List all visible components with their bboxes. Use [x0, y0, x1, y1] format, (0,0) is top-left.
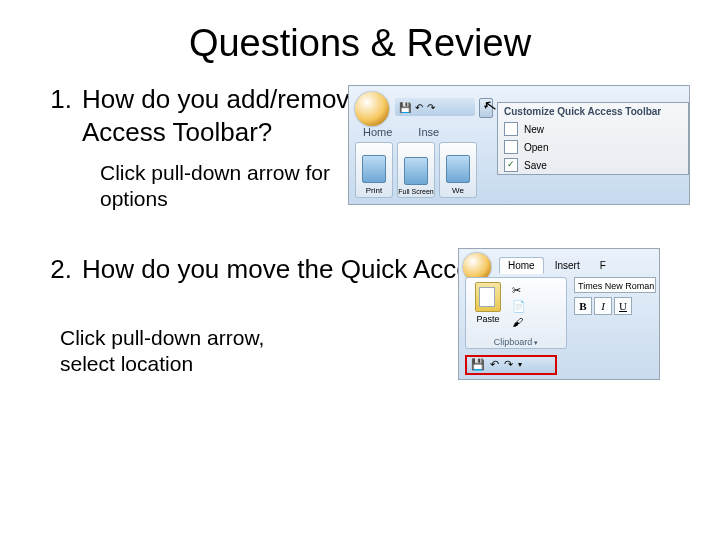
q2-number: 2.: [30, 253, 82, 286]
quick-access-toolbar-below: 💾 ↶ ↷ ▾: [465, 355, 557, 375]
menu-header: Customize Quick Access Toolbar: [498, 103, 688, 120]
tab-f: F: [591, 257, 615, 274]
full-screen-button: Full Screen: [397, 142, 435, 198]
checkbox-checked-icon: [504, 158, 518, 172]
menu-item-new: New: [498, 120, 688, 138]
quick-access-toolbar: 💾 ↶ ↷: [395, 98, 475, 116]
q1-number: 1.: [30, 83, 82, 148]
clipboard-mini-icons: ✂ 📄 🖌: [512, 284, 526, 328]
italic-button: I: [594, 297, 612, 315]
font-style-row: B I U: [574, 297, 632, 315]
format-painter-icon: 🖌: [512, 316, 526, 328]
redo-icon: ↷: [504, 358, 513, 371]
save-icon: 💾: [471, 358, 485, 371]
tab-home: Home: [355, 124, 400, 140]
print-layout-button: Print: [355, 142, 393, 198]
qat-pulldown-icon: ▾: [518, 360, 522, 369]
menu-item-open: Open: [498, 138, 688, 156]
bold-button: B: [574, 297, 592, 315]
undo-icon: ↶: [415, 102, 423, 113]
slide-title: Questions & Review: [30, 22, 690, 65]
customize-qat-menu: Customize Quick Access Toolbar New Open …: [497, 102, 689, 175]
tab-insert: Insert: [546, 257, 589, 274]
save-icon: 💾: [399, 102, 411, 113]
undo-icon: ↶: [490, 358, 499, 371]
group-label-clipboard: Clipboard: [466, 337, 566, 347]
checkbox-icon: [504, 122, 518, 136]
menu-item-save: Save: [498, 156, 688, 174]
page-icon: [362, 155, 386, 183]
screenshot-move-qat: Home Insert F Paste ✂ 📄 🖌 Clipboard Time…: [458, 248, 660, 380]
q1-answer: Click pull-down arrow for options: [100, 160, 380, 213]
screenshot-customize-qat: 💾 ↶ ↷ ▾ ↖ Home Inse Print Full Screen We…: [348, 85, 690, 205]
clipboard-group: Paste ✂ 📄 🖌 Clipboard: [465, 277, 567, 349]
copy-icon: 📄: [512, 300, 526, 313]
tab-insert: Inse: [410, 124, 447, 140]
redo-icon: ↷: [427, 102, 435, 113]
cut-icon: ✂: [512, 284, 526, 297]
font-name-box: Times New Roman: [574, 277, 656, 293]
paste-icon: [475, 282, 501, 312]
paste-button: Paste: [470, 282, 506, 328]
q2-answer: Click pull-down arrow, select location: [60, 325, 320, 378]
page-icon: [446, 155, 470, 183]
page-icon: [404, 157, 428, 185]
ribbon-tabs: Home Insert F: [499, 257, 615, 274]
office-button-icon: [355, 92, 389, 126]
tab-home: Home: [499, 257, 544, 274]
ribbon-tabs: Home Inse: [355, 124, 447, 140]
web-layout-button: We: [439, 142, 477, 198]
checkbox-icon: [504, 140, 518, 154]
underline-button: U: [614, 297, 632, 315]
